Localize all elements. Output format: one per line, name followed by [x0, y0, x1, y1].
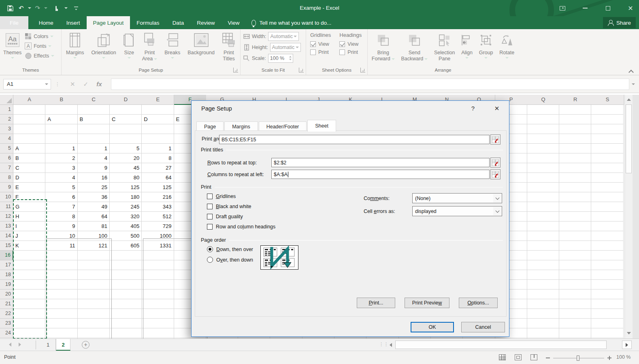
zoom-in-icon[interactable] [607, 356, 611, 360]
group-button[interactable]: Group [477, 30, 496, 67]
tell-me-box[interactable]: Tell me what you want to do... [246, 16, 337, 29]
print-area-button[interactable]: Print Area [140, 30, 160, 67]
comments-dropdown[interactable]: (None) [412, 193, 502, 203]
column-header-B[interactable]: B [45, 95, 78, 105]
row-header-19[interactable]: 19 [0, 280, 13, 289]
column-header-Q[interactable]: Q [527, 95, 560, 105]
size-button[interactable]: Size [121, 30, 137, 67]
gridlines-view-checkbox[interactable]: View [310, 41, 331, 47]
new-sheet-icon[interactable]: + [82, 341, 89, 349]
share-button[interactable]: Share [603, 17, 636, 28]
row-header-14[interactable]: 14 [0, 231, 13, 241]
breaks-button[interactable]: Breaks [162, 30, 183, 67]
grid-cell-D15[interactable]: 605 [110, 241, 141, 251]
width-field[interactable]: Automatic [268, 32, 299, 41]
grid-cell-D12[interactable]: 320 [110, 212, 141, 221]
tab-view[interactable]: View [221, 16, 246, 29]
row-header-12[interactable]: 12 [0, 212, 13, 221]
over-then-down-radio[interactable]: Over, then down [207, 257, 253, 263]
zoom-slider[interactable] [546, 356, 611, 360]
tab-file[interactable]: File [0, 16, 28, 29]
grid-cell-A5[interactable]: A [13, 144, 45, 153]
page-setup-dialog-launcher-icon[interactable] [233, 68, 238, 72]
sheet-tab-2[interactable]: 2 [56, 339, 70, 351]
grid-cell-C12[interactable]: 64 [78, 212, 109, 221]
grid-cell-E8[interactable]: 64 [142, 173, 173, 183]
grid-cell-A9[interactable]: E [13, 183, 45, 192]
grid-cell-D10[interactable]: 180 [110, 192, 141, 202]
column-header-A[interactable]: A [13, 95, 46, 105]
row-header-11[interactable]: 11 [0, 202, 13, 212]
grid-cell-B12[interactable]: 8 [45, 212, 77, 221]
tab-insert[interactable]: Insert [60, 16, 87, 29]
columns-repeat-range-picker-icon[interactable] [490, 169, 501, 179]
vertical-scroll-thumb[interactable] [626, 104, 632, 173]
grid-cell-E9[interactable]: 125 [142, 183, 173, 192]
grid-cell-C8[interactable]: 16 [78, 173, 109, 183]
tab-page-layout[interactable]: Page Layout [87, 16, 130, 29]
tab-home[interactable]: Home [32, 16, 60, 29]
themes-button[interactable]: Aa Themes [1, 30, 24, 67]
zoom-slider-thumb[interactable] [577, 355, 579, 361]
grid-cell-C2[interactable]: B [78, 115, 109, 124]
column-header-E[interactable]: E [142, 95, 174, 105]
gridlines-checkbox[interactable]: Gridlines [207, 194, 236, 199]
normal-view-icon[interactable] [499, 354, 506, 360]
row-header-24[interactable]: 24 [0, 328, 13, 338]
grid-cell-B7[interactable]: 3 [45, 163, 77, 173]
formula-input[interactable] [111, 79, 630, 90]
sheet-options-dialog-launcher-icon[interactable] [360, 68, 365, 72]
grid-cell-D13[interactable]: 405 [110, 221, 141, 231]
dialog-help-icon[interactable]: ? [469, 104, 477, 113]
draft-quality-checkbox[interactable]: Draft quality [207, 214, 243, 219]
grid-cell-A8[interactable]: D [13, 173, 45, 183]
row-header-20[interactable]: 20 [0, 289, 13, 299]
headings-view-checkbox[interactable]: View [339, 41, 362, 47]
send-backward-button[interactable]: Send Backward [398, 30, 430, 67]
column-header-D[interactable]: D [110, 95, 142, 105]
minimize-icon[interactable] [581, 4, 590, 13]
grid-cell-C9[interactable]: 25 [78, 183, 109, 192]
row-header-15[interactable]: 15 [0, 241, 13, 251]
row-header-10[interactable]: 10 [0, 192, 13, 202]
row-header-23[interactable]: 23 [0, 319, 13, 328]
row-header-7[interactable]: 7 [0, 163, 13, 173]
height-field[interactable]: Automatic [270, 43, 301, 52]
grid-cell-E6[interactable]: 8 [142, 153, 173, 163]
row-header-4[interactable]: 4 [0, 134, 13, 144]
grid-cell-D11[interactable]: 245 [110, 202, 141, 212]
hscroll-left-icon[interactable] [387, 341, 394, 349]
down-then-over-radio[interactable]: Down, then over [207, 246, 253, 252]
row-header-13[interactable]: 13 [0, 221, 13, 231]
name-box[interactable]: A1 [3, 79, 51, 89]
bring-forward-button[interactable]: Bring Forward [369, 30, 397, 67]
select-all-corner[interactable] [0, 95, 13, 105]
colors-button[interactable]: Colors [25, 33, 54, 40]
hscroll-right-icon[interactable] [622, 341, 632, 349]
grid-cell-D8[interactable]: 80 [110, 173, 141, 183]
grid-cell-D9[interactable]: 125 [110, 183, 141, 192]
grid-cell-C5[interactable]: 1 [78, 144, 109, 153]
grid-cell-C7[interactable]: 9 [78, 163, 109, 173]
scale-field[interactable]: 100 % [268, 54, 293, 63]
row-header-22[interactable]: 22 [0, 309, 13, 319]
grid-cell-B8[interactable]: 4 [45, 173, 77, 183]
grid-cell-E12[interactable]: 512 [142, 212, 173, 221]
page-layout-view-icon[interactable] [515, 354, 522, 360]
cell-errors-dropdown[interactable]: displayed [412, 206, 502, 216]
insert-function-icon[interactable]: fx [96, 81, 102, 87]
cancel-entry-icon[interactable]: ✕ [70, 81, 75, 88]
rows-repeat-field[interactable]: $2:$2 [271, 158, 490, 167]
gridlines-print-checkbox[interactable]: Print [310, 49, 331, 55]
zoom-level[interactable]: 100 % [616, 354, 630, 360]
grid-cell-E5[interactable]: 1 [142, 144, 173, 153]
grid-cell-A7[interactable]: C [13, 163, 45, 173]
horizontal-scrollbar[interactable] [395, 341, 621, 349]
horizontal-scroll-thumb[interactable] [395, 341, 607, 349]
print-preview-button[interactable]: Print Preview [405, 298, 449, 308]
grid-cell-D5[interactable]: 5 [110, 144, 141, 153]
column-header-S[interactable]: S [591, 95, 624, 105]
enter-entry-icon[interactable]: ✓ [83, 81, 89, 88]
grid-cell-B13[interactable]: 9 [45, 221, 77, 231]
next-sheet-icon[interactable] [19, 343, 21, 347]
